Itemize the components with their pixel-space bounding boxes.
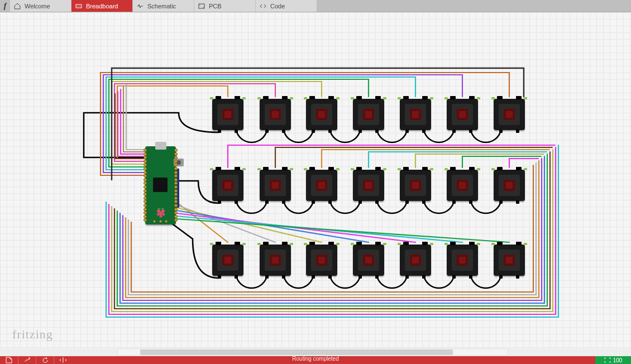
status-bar: Routing completed 100 (0, 356, 631, 364)
app-icon: f (0, 0, 10, 12)
editor-canvas-wrap: fritzing (0, 12, 631, 348)
key-switch-r1-c5[interactable] (447, 170, 478, 201)
tool-share[interactable] (18, 356, 36, 364)
svg-point-2 (78, 6, 78, 6)
rp2040-chip (153, 178, 168, 192)
key-switch-r1-c2[interactable] (306, 170, 337, 201)
svg-point-4 (80, 6, 80, 6)
key-switch-r2-c0[interactable] (212, 245, 243, 276)
raspberry-pi-pico[interactable] (145, 146, 176, 224)
key-switch-r2-c1[interactable] (260, 245, 291, 276)
key-switch-r0-c6[interactable] (494, 99, 525, 130)
key-switch-r0-c1[interactable] (260, 99, 291, 130)
svg-point-7 (203, 7, 203, 7)
tab-label: Breadboard (86, 3, 118, 9)
pcb-icon (198, 2, 205, 10)
tool-rotate[interactable] (36, 356, 54, 364)
key-switch-r2-c3[interactable] (353, 245, 384, 276)
raspberry-logo-icon (154, 205, 168, 219)
tab-pcb[interactable]: PCB (194, 0, 256, 12)
key-switch-r1-c0[interactable] (212, 170, 243, 201)
zoom-icon (604, 357, 611, 363)
tab-label: Welcome (25, 3, 50, 9)
key-switch-r1-c1[interactable] (260, 170, 291, 201)
home-icon (13, 2, 21, 10)
tab-breadboard[interactable]: Breadboard (71, 0, 133, 12)
schematic-icon (136, 2, 144, 10)
tab-label: Code (270, 3, 285, 9)
key-switch-r1-c4[interactable] (400, 170, 431, 201)
usb-connector (155, 142, 166, 150)
code-icon (259, 2, 267, 10)
svg-point-10 (159, 212, 162, 215)
tab-label: PCB (209, 3, 222, 9)
key-switch-r2-c5[interactable] (447, 245, 478, 276)
key-switch-r0-c2[interactable] (306, 99, 337, 130)
key-switch-r0-c3[interactable] (353, 99, 384, 130)
svg-point-6 (199, 4, 200, 5)
breadboard-canvas[interactable]: fritzing (0, 12, 631, 348)
key-switch-r0-c5[interactable] (447, 99, 478, 130)
watermark-text: fritzing (12, 327, 53, 342)
status-message: Routing completed (292, 356, 338, 362)
tool-flip[interactable] (54, 356, 71, 364)
tool-new-sketch[interactable] (0, 356, 18, 364)
zoom-level: 100 (613, 357, 623, 363)
tab-schematic[interactable]: Schematic (133, 0, 194, 12)
key-switch-r1-c6[interactable] (494, 170, 525, 201)
swd-pins (153, 220, 168, 223)
svg-point-13 (159, 214, 162, 217)
scrollbar-thumb[interactable] (140, 349, 453, 355)
svg-point-1 (77, 6, 77, 6)
tab-code[interactable]: Code (256, 0, 317, 12)
horizontal-scrollbar[interactable] (0, 348, 631, 356)
key-switch-r2-c6[interactable] (494, 245, 525, 276)
key-switch-r0-c4[interactable] (400, 99, 431, 130)
breadboard-icon (75, 2, 83, 10)
zoom-fit-button[interactable]: 100 (595, 356, 631, 364)
svg-point-12 (162, 213, 165, 216)
svg-point-3 (79, 6, 79, 6)
view-tabs: f WelcomeBreadboardSchematicPCBCode (0, 0, 631, 12)
key-switch-r0-c0[interactable] (212, 99, 243, 130)
svg-rect-5 (199, 4, 204, 8)
tab-label: Schematic (147, 3, 176, 9)
key-switch-r2-c2[interactable] (306, 245, 337, 276)
tab-welcome[interactable]: Welcome (10, 0, 71, 12)
svg-point-11 (157, 213, 160, 216)
key-switch-r1-c3[interactable] (353, 170, 384, 201)
key-switch-r2-c4[interactable] (400, 245, 431, 276)
